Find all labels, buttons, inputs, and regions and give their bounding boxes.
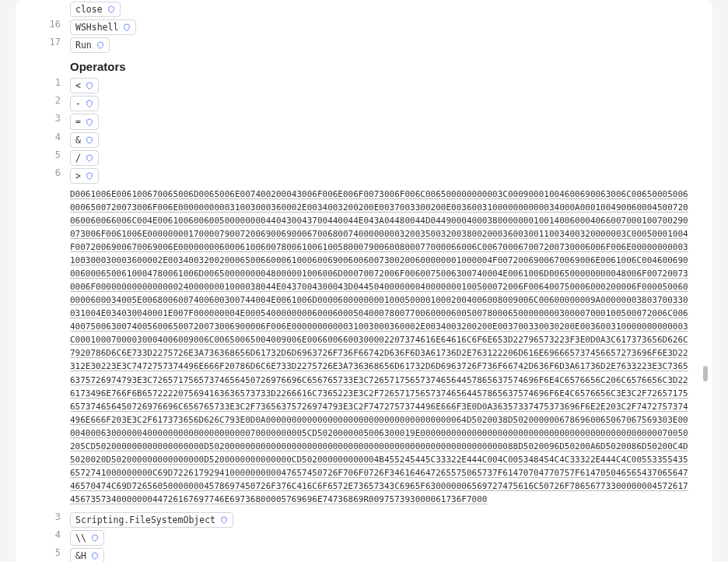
code-tag[interactable]: & — [70, 132, 99, 148]
line-number: 2 — [23, 95, 61, 106]
code-tag[interactable]: - — [70, 96, 99, 111]
line-number: 4 — [23, 529, 61, 540]
code-line: 5 / — [23, 149, 705, 167]
line-number: 4 — [23, 132, 61, 142]
shield-icon — [86, 118, 93, 127]
shield-icon — [86, 153, 93, 163]
shield-icon — [86, 171, 93, 181]
code-line: 5 &H — [23, 546, 705, 562]
shield-icon — [96, 40, 104, 50]
code-tag[interactable]: WSHshell — [70, 19, 136, 35]
code-tag-label: Scripting.FileSystemObject — [75, 514, 215, 526]
code-tag-label: = — [75, 115, 81, 128]
code-tag-label: close — [75, 3, 103, 16]
line-number: 3 — [23, 511, 61, 522]
code-line: 16 WSHshell — [23, 18, 705, 36]
code-card: close 16 WSHshell 17 Run — [16, 0, 712, 562]
code-tag-label: > — [75, 170, 81, 182]
code-line: 3 Scripting.FileSystemObject — [23, 511, 705, 529]
line-number: 5 — [23, 149, 61, 160]
code-line: 3 = — [23, 112, 705, 130]
line-number: 17 — [23, 37, 61, 47]
code-line: 2 - — [23, 94, 705, 112]
code-line: 17 Run — [23, 36, 705, 54]
operators-heading: Operators — [23, 54, 705, 76]
shield-icon — [86, 81, 93, 90]
code-tag-label: &H — [75, 550, 86, 562]
code-tag[interactable]: / — [70, 150, 99, 166]
shield-icon — [86, 135, 93, 145]
code-tag-label: < — [75, 79, 81, 92]
code-tag-label: WSHshell — [75, 21, 118, 33]
line-number: 6 — [23, 167, 61, 178]
hex-dump[interactable]: D0061006E006100670065006D0065006E0074002… — [70, 188, 689, 506]
code-line: 6 > — [23, 167, 705, 184]
code-line: close — [23, 0, 705, 18]
code-tag-label: \\ — [75, 532, 86, 544]
shield-icon — [86, 99, 93, 108]
code-tag[interactable]: \\ — [70, 530, 104, 546]
line-number: 1 — [23, 77, 61, 88]
code-tag-label: - — [75, 97, 81, 110]
code-tag-label: / — [75, 152, 81, 164]
line-number: 16 — [23, 19, 61, 30]
line-number: 3 — [23, 113, 61, 124]
code-tag[interactable]: = — [70, 114, 99, 129]
code-tag[interactable]: Scripting.FileSystemObject — [70, 512, 233, 528]
code-tag-label: Run — [75, 39, 92, 51]
shield-icon — [91, 551, 99, 560]
code-tag[interactable]: > — [70, 168, 99, 184]
code-tag[interactable]: Run — [70, 37, 110, 53]
shield-icon — [123, 23, 131, 32]
code-line: 4 & — [23, 131, 705, 149]
code-tag[interactable]: < — [70, 78, 99, 93]
code-tag[interactable]: &H — [70, 548, 104, 562]
code-line: 4 \\ — [23, 529, 705, 546]
code-tag-label: & — [75, 134, 81, 146]
shield-icon — [220, 515, 228, 525]
line-number: 5 — [23, 547, 61, 558]
vertical-scrollbar-thumb[interactable] — [703, 366, 708, 381]
code-tag[interactable]: close — [70, 2, 121, 17]
shield-icon — [107, 5, 115, 14]
code-line: 1 < — [23, 76, 705, 94]
shield-icon — [91, 533, 99, 543]
